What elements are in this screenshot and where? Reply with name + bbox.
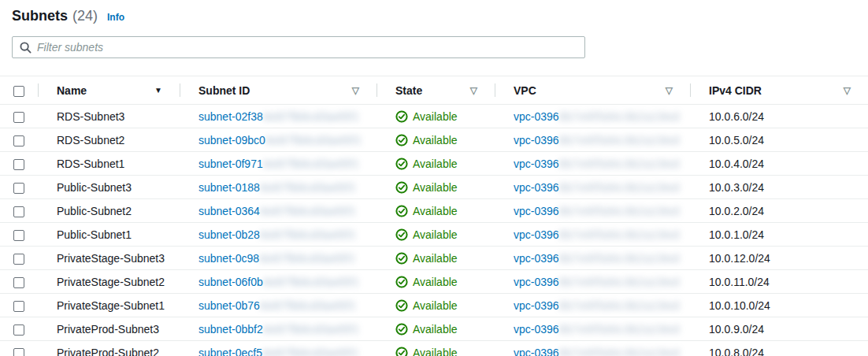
sortable-icon[interactable]: ▽ [666, 86, 673, 95]
column-header-name[interactable]: Name ▼ [38, 76, 180, 105]
redacted-subnet-id: 4e87fb6cd3a45f19 [263, 276, 358, 288]
table-row: Public-Subnet2 subnet-03644e87fb6cd3a45f… [0, 199, 868, 223]
subnets-table: Name ▼ Subnet ID ▽ State ▽ [0, 76, 868, 356]
sortable-icon[interactable]: ▽ [844, 86, 851, 95]
vpc-link[interactable]: vpc-03968b7e6f5d4c3b2a19edcba [514, 110, 679, 123]
subnet-id-visible: subnet-0188 [198, 181, 260, 194]
state-cell: Available [377, 176, 495, 199]
subnet-id-cell: subnet-0ecf54e87fb6cd3a45f19 [180, 341, 377, 356]
vpc-link[interactable]: vpc-03968b7e6f5d4c3b2a19edcba [514, 134, 679, 146]
redacted-vpc-id: 8b7e6f5d4c3b2a19edcba [559, 205, 679, 217]
ipv4-cidr: 10.0.9.0/24 [709, 323, 764, 336]
subnet-id-link[interactable]: subnet-0b284e87fb6cd3a45f19 [198, 228, 354, 241]
row-checkbox[interactable] [13, 112, 24, 123]
info-link[interactable]: Info [107, 12, 124, 23]
subnet-id-visible: subnet-0c98 [198, 252, 259, 265]
subnet-id-cell: subnet-0bbf24e87fb6cd3a45f19 [180, 317, 377, 341]
row-checkbox[interactable] [13, 348, 24, 356]
vpc-id-visible: vpc-0396 [514, 276, 559, 288]
subnet-id-visible: subnet-06f0b [198, 276, 263, 288]
sortable-icon[interactable]: ▽ [352, 86, 359, 95]
subnet-id-link[interactable]: subnet-09bc04e87fb6cd3a45f19 [198, 134, 360, 146]
vpc-link[interactable]: vpc-03968b7e6f5d4c3b2a19edcba [514, 205, 679, 217]
state-cell: Available [377, 199, 495, 223]
subnet-id-visible: subnet-0364 [198, 205, 260, 217]
ipv4-cidr-cell: 10.0.2.0/24 [690, 199, 868, 223]
filter-section [0, 36, 868, 58]
column-header-ipv4-cidr[interactable]: IPv4 CIDR ▽ [690, 76, 868, 105]
row-checkbox[interactable] [13, 324, 24, 336]
subnet-id-link[interactable]: subnet-0ecf54e87fb6cd3a45f19 [198, 347, 357, 356]
state-text: Available [413, 228, 458, 241]
column-header-subnet-id[interactable]: Subnet ID ▽ [180, 76, 377, 105]
status-available-icon [395, 299, 408, 312]
ipv4-cidr: 10.0.12.0/24 [709, 252, 770, 265]
select-all-header [0, 76, 38, 105]
row-checkbox[interactable] [13, 206, 24, 217]
subnet-id-link[interactable]: subnet-0bbf24e87fb6cd3a45f19 [198, 323, 358, 336]
table-row: PrivateProd-Subnet3 subnet-0bbf24e87fb6c… [0, 317, 868, 341]
redacted-subnet-id: 4e87fb6cd3a45f19 [263, 323, 358, 336]
subnet-id-link[interactable]: subnet-01884e87fb6cd3a45f19 [198, 181, 354, 194]
redacted-vpc-id: 8b7e6f5d4c3b2a19edcba [559, 181, 679, 194]
subnet-name-cell: Public-Subnet3 [38, 176, 180, 199]
subnet-id-link[interactable]: subnet-0b764e87fb6cd3a45f19 [198, 299, 354, 312]
select-all-checkbox[interactable] [13, 86, 24, 97]
row-checkbox[interactable] [13, 135, 24, 146]
ipv4-cidr-cell: 10.0.5.0/24 [690, 128, 868, 152]
row-checkbox[interactable] [13, 230, 24, 241]
vpc-link[interactable]: vpc-03968b7e6f5d4c3b2a19edcba [514, 323, 679, 336]
subnet-id-link[interactable]: subnet-02f384e87fb6cd3a45f19 [198, 110, 358, 123]
row-checkbox[interactable] [13, 183, 24, 194]
column-header-vpc[interactable]: VPC ▽ [495, 76, 690, 105]
subnet-id-link[interactable]: subnet-03644e87fb6cd3a45f19 [198, 205, 354, 217]
redacted-vpc-id: 8b7e6f5d4c3b2a19edcba [559, 228, 679, 241]
subnet-id-cell: subnet-02f384e87fb6cd3a45f19 [180, 105, 377, 128]
subnet-id-link[interactable]: subnet-0f9714e87fb6cd3a45f19 [198, 158, 358, 170]
ipv4-cidr: 10.0.6.0/24 [709, 110, 764, 123]
state-cell: Available [377, 270, 495, 294]
subnet-name-cell: RDS-Subnet3 [38, 105, 180, 128]
column-header-state[interactable]: State ▽ [377, 76, 495, 105]
subnet-id-link[interactable]: subnet-06f0b4e87fb6cd3a45f19 [198, 276, 358, 288]
sort-descending-icon[interactable]: ▼ [154, 87, 162, 95]
table-row: PrivateStage-Subnet2 subnet-06f0b4e87fb6… [0, 270, 868, 294]
redacted-subnet-id: 4e87fb6cd3a45f19 [263, 110, 358, 123]
filter-input[interactable] [37, 41, 577, 54]
subnet-name-cell: PrivateStage-Subnet1 [38, 294, 180, 317]
subnet-id-visible: subnet-0b76 [198, 299, 260, 312]
row-checkbox[interactable] [13, 254, 24, 265]
subnet-name-cell: PrivateStage-Subnet2 [38, 270, 180, 294]
vpc-cell: vpc-03968b7e6f5d4c3b2a19edcba [495, 294, 690, 317]
vpc-link[interactable]: vpc-03968b7e6f5d4c3b2a19edcba [514, 228, 679, 241]
subnet-name: Public-Subnet3 [57, 181, 132, 194]
redacted-vpc-id: 8b7e6f5d4c3b2a19edcba [559, 347, 679, 356]
row-select-cell [0, 105, 38, 128]
subnet-id-link[interactable]: subnet-0c984e87fb6cd3a45f19 [198, 252, 354, 265]
row-checkbox[interactable] [13, 277, 24, 288]
row-select-cell [0, 317, 38, 341]
vpc-link[interactable]: vpc-03968b7e6f5d4c3b2a19edcba [514, 299, 679, 312]
ipv4-cidr: 10.0.3.0/24 [709, 181, 764, 194]
vpc-link[interactable]: vpc-03968b7e6f5d4c3b2a19edcba [514, 347, 679, 356]
vpc-link[interactable]: vpc-03968b7e6f5d4c3b2a19edcba [514, 158, 679, 170]
redacted-vpc-id: 8b7e6f5d4c3b2a19edcba [559, 323, 679, 336]
row-checkbox[interactable] [13, 159, 24, 170]
sortable-icon[interactable]: ▽ [470, 86, 477, 95]
status-available-icon [395, 228, 408, 241]
subnet-id-cell: subnet-03644e87fb6cd3a45f19 [180, 199, 377, 223]
vpc-link[interactable]: vpc-03968b7e6f5d4c3b2a19edcba [514, 252, 679, 265]
state-text: Available [413, 110, 458, 123]
vpc-link[interactable]: vpc-03968b7e6f5d4c3b2a19edcba [514, 276, 679, 288]
ipv4-cidr-cell: 10.0.10.0/24 [690, 294, 868, 317]
ipv4-cidr: 10.0.1.0/24 [709, 228, 764, 241]
filter-box[interactable] [12, 36, 585, 58]
ipv4-cidr: 10.0.10.0/24 [709, 299, 770, 312]
subnet-name: Public-Subnet1 [57, 228, 132, 241]
subnet-name-cell: PrivateStage-Subnet3 [38, 247, 180, 270]
vpc-cell: vpc-03968b7e6f5d4c3b2a19edcba [495, 152, 690, 176]
state-text: Available [413, 323, 458, 336]
table-row: PrivateProd-Subnet2 subnet-0ecf54e87fb6c… [0, 341, 868, 356]
vpc-link[interactable]: vpc-03968b7e6f5d4c3b2a19edcba [514, 181, 679, 194]
row-checkbox[interactable] [13, 301, 24, 312]
